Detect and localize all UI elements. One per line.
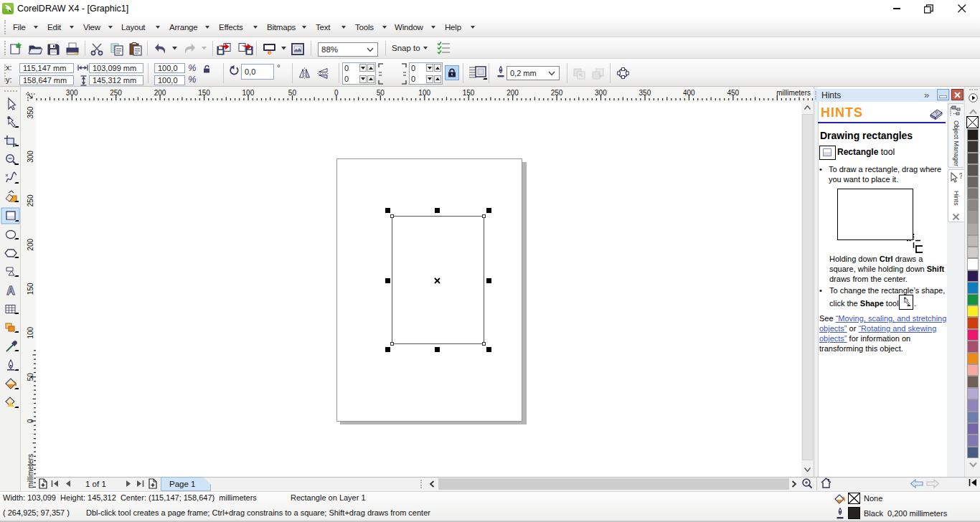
- svg-text:50: 50: [377, 89, 385, 97]
- svg-text:50: 50: [288, 89, 297, 97]
- svg-text:0: 0: [334, 89, 339, 97]
- svg-text:150: 150: [463, 89, 475, 97]
- svg-text:50: 50: [27, 373, 34, 381]
- svg-text:250: 250: [27, 194, 34, 207]
- svg-text:300: 300: [66, 89, 78, 97]
- svg-text:150: 150: [198, 89, 210, 97]
- svg-text:100: 100: [27, 326, 34, 338]
- svg-text:450: 450: [727, 89, 739, 97]
- svg-text:millimeters: millimeters: [776, 89, 811, 97]
- svg-text:150: 150: [27, 283, 34, 295]
- svg-text:300: 300: [595, 89, 607, 97]
- svg-text:?: ?: [959, 172, 963, 180]
- svg-text:0: 0: [27, 419, 34, 423]
- svg-text:350: 350: [27, 106, 34, 118]
- svg-text:200: 200: [27, 239, 34, 251]
- svg-text:250: 250: [551, 89, 563, 97]
- svg-text:400: 400: [683, 89, 695, 97]
- svg-text:200: 200: [154, 89, 166, 97]
- svg-text:100: 100: [242, 89, 255, 97]
- svg-text:100: 100: [418, 89, 430, 97]
- svg-text:200: 200: [507, 89, 519, 97]
- svg-text:250: 250: [110, 89, 122, 97]
- svg-text:350: 350: [639, 89, 651, 97]
- svg-text:millimeters: millimeters: [27, 454, 34, 488]
- svg-text:A: A: [6, 285, 15, 297]
- svg-text:300: 300: [27, 151, 34, 163]
